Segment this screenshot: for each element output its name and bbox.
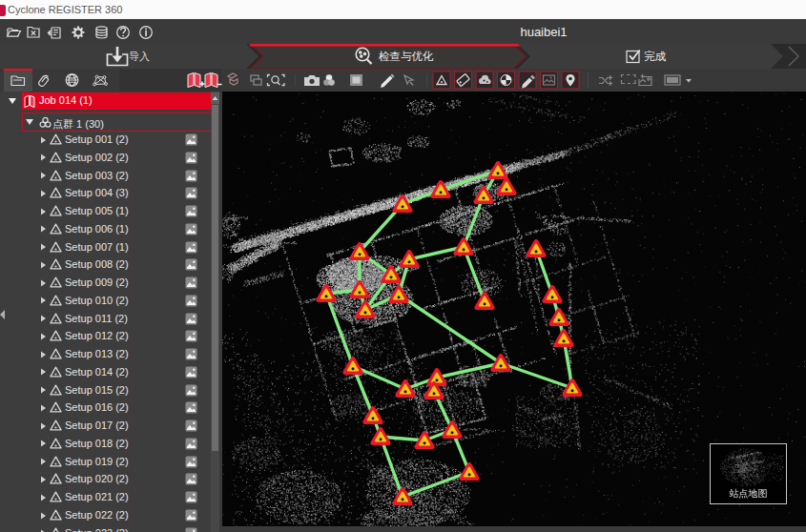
svg-text:导入: 导入 (129, 51, 150, 62)
svg-text:检查与优化: 检查与优化 (378, 51, 434, 62)
svg-text:完成: 完成 (644, 51, 667, 62)
